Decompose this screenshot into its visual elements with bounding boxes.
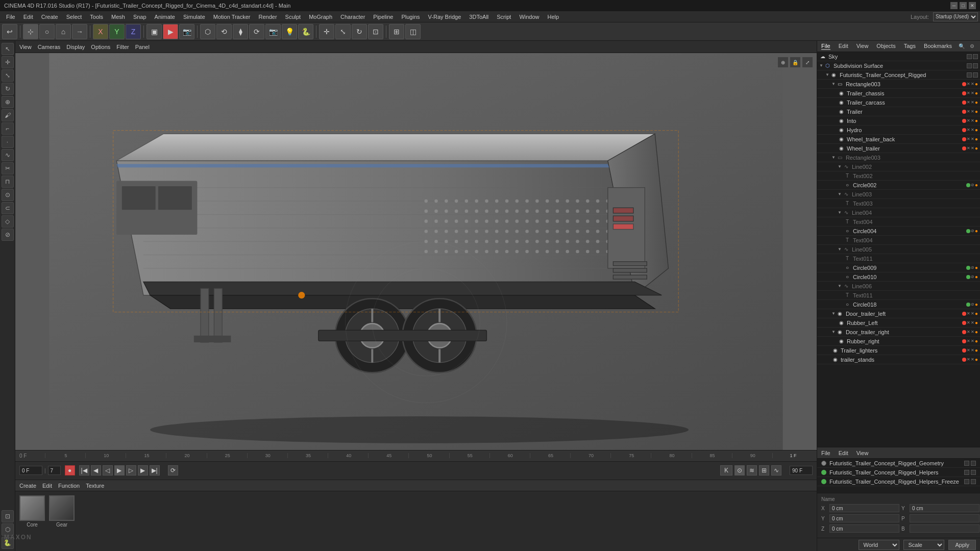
vp-options-menu[interactable]: Options: [91, 44, 110, 50]
freeze-lock[interactable]: [971, 479, 976, 484]
om-item-rubber-left[interactable]: ◉ Rubber_Left ✕ ✕ ●: [817, 318, 980, 328]
current-frame-input[interactable]: [19, 466, 42, 475]
line005-toggle[interactable]: ▼: [838, 247, 842, 252]
move-tool[interactable]: ✛: [2, 56, 14, 68]
spline-btn[interactable]: ⟲: [216, 24, 232, 39]
python-btn[interactable]: 🐍: [298, 24, 313, 39]
om-tab-edit[interactable]: Edit: [839, 43, 848, 50]
om-item-line002[interactable]: ▼ ∿ Line002: [817, 162, 980, 171]
geom-vis[interactable]: [964, 461, 969, 466]
edge-tool[interactable]: ⌐: [2, 122, 14, 135]
om-item-text002[interactable]: T Text002: [817, 171, 980, 181]
rotate-tool-btn[interactable]: ↻: [352, 24, 367, 39]
viewport[interactable]: ⊕ 🔒 ⤢: [15, 53, 817, 450]
om-item-hydro[interactable]: ◉ Hydro ✕ ✕ ●: [817, 126, 980, 135]
om-item-into[interactable]: ◉ Into ✕ ✕ ●: [817, 116, 980, 126]
tl-motion-btn[interactable]: ≋: [747, 465, 757, 475]
menu-render[interactable]: Render: [255, 13, 281, 21]
menu-pipeline[interactable]: Pipeline: [369, 13, 397, 21]
nurbs-btn[interactable]: ⧫: [233, 24, 248, 39]
menu-character[interactable]: Character: [336, 13, 369, 21]
helpers-lock[interactable]: [971, 470, 976, 475]
geom-lock[interactable]: [971, 461, 976, 466]
minimize-button[interactable]: ─: [950, 2, 958, 9]
bottom-edit-btn[interactable]: Edit: [42, 483, 52, 489]
ruler-mark-75[interactable]: 75: [610, 453, 651, 458]
bp-tab-file[interactable]: File: [821, 450, 830, 456]
render-to-pic-btn[interactable]: 📷: [179, 24, 194, 39]
knife-tool[interactable]: ⊘: [2, 229, 14, 241]
grid-btn[interactable]: ⊞: [389, 24, 404, 39]
ruler-mark-5[interactable]: 5: [45, 453, 85, 458]
ruler-mark-65[interactable]: 65: [530, 453, 570, 458]
tl-record2-btn[interactable]: ⊙: [734, 465, 745, 475]
render-region-btn[interactable]: ▣: [146, 24, 162, 39]
tl-play[interactable]: ▶: [114, 465, 125, 475]
tl-prev-frame[interactable]: ◀: [91, 465, 101, 475]
mirror-tool[interactable]: ⊂: [2, 202, 14, 214]
poly-btn[interactable]: ⬡: [200, 24, 215, 39]
om-item-trailer[interactable]: ◉ Trailer ✕ ✕ ●: [817, 107, 980, 116]
tl-record-btn[interactable]: ●: [65, 465, 75, 475]
vp-panel-menu[interactable]: Panel: [135, 44, 150, 50]
z-axis-btn[interactable]: Z: [126, 24, 141, 39]
coord-x-pos[interactable]: [829, 504, 899, 512]
om-item-door-left[interactable]: ▼ ◉ Door_trailer_left ✕ ✕ ●: [817, 309, 980, 318]
om-tab-objects[interactable]: Objects: [876, 43, 895, 50]
rect003-toggle[interactable]: ▼: [831, 82, 836, 86]
om-item-lighters[interactable]: ◉ Trailer_lighters ✕ ✕ ●: [817, 346, 980, 355]
om-item-text011[interactable]: T Text011: [817, 254, 980, 263]
om-item-rect003[interactable]: ▼ ▭ Rectangle003 ✕ ✕ ●: [817, 80, 980, 89]
vp-filter-menu[interactable]: Filter: [116, 44, 129, 50]
futuristic-vis[interactable]: [967, 72, 972, 78]
menu-window[interactable]: Window: [515, 13, 543, 21]
bevel-tool[interactable]: ◇: [2, 215, 14, 228]
ruler-mark-90[interactable]: 90: [732, 453, 772, 458]
ruler-mark-60[interactable]: 60: [489, 453, 530, 458]
scale-tool-btn[interactable]: ⤡: [335, 24, 351, 39]
om-item-circle002[interactable]: ○ Circle002 ⊘ ●: [817, 181, 980, 190]
ruler-mark-25[interactable]: 25: [207, 453, 247, 458]
spline-tool-left[interactable]: ∿: [2, 149, 14, 161]
menu-tools[interactable]: Tools: [86, 13, 107, 21]
ruler-mark-55[interactable]: 55: [449, 453, 489, 458]
om-item-line003[interactable]: ▼ ∿ Line003: [817, 190, 980, 199]
circle-btn[interactable]: ○: [39, 24, 55, 39]
menu-plugins[interactable]: Plugins: [397, 13, 424, 21]
workplane-btn[interactable]: ◫: [405, 24, 421, 39]
apply-button[interactable]: Apply: [948, 540, 976, 550]
om-item-circle018[interactable]: ○ Circle018 ⊘ ●: [817, 300, 980, 309]
freeze-vis[interactable]: [964, 479, 969, 484]
material-core-swatch[interactable]: [19, 495, 45, 521]
bridge-tool[interactable]: ⊓: [2, 176, 14, 188]
tag-btn[interactable]: ⌂: [56, 24, 71, 39]
bottom-tool-1[interactable]: ⊡: [2, 510, 14, 522]
bp-tab-view[interactable]: View: [856, 450, 869, 456]
om-item-line006[interactable]: ▼ ∿ Line006: [817, 282, 980, 291]
tl-next-key[interactable]: ▷: [126, 465, 136, 475]
ruler-mark-30[interactable]: 30: [247, 453, 287, 458]
menu-3dto[interactable]: 3DToAll: [465, 13, 493, 21]
select-tool[interactable]: ↖: [2, 43, 14, 55]
ruler-mark-40[interactable]: 40: [328, 453, 368, 458]
om-item-circle004[interactable]: ○ Circle004 ⊘ ●: [817, 227, 980, 236]
menu-snap[interactable]: Snap: [129, 13, 151, 21]
ruler-mark-10[interactable]: 10: [85, 453, 126, 458]
scale-dropdown[interactable]: Scale: [903, 540, 944, 550]
bottom-function-btn[interactable]: Function: [58, 483, 80, 489]
om-item-text004b[interactable]: T Text004: [817, 236, 980, 245]
om-item-futuristic[interactable]: ▼ ◉ Futuristic_Trailer_Concept_Rigged: [817, 70, 980, 80]
bp-item-geometry[interactable]: Futuristic_Trailer_Concept_Rigged_Geomet…: [817, 459, 980, 468]
coord-p[interactable]: [910, 514, 979, 522]
om-item-sky[interactable]: ☁ Sky: [817, 52, 980, 61]
line006-toggle[interactable]: ▼: [838, 284, 842, 288]
menu-help[interactable]: Help: [544, 13, 564, 21]
coord-z2[interactable]: [829, 524, 899, 533]
menu-motion-tracker[interactable]: Motion Tracker: [209, 13, 255, 21]
ruler-mark-50[interactable]: 50: [408, 453, 449, 458]
scale-tool[interactable]: ⤡: [2, 69, 14, 82]
futuristic-lock[interactable]: [973, 72, 978, 78]
om-item-text011b[interactable]: T Text011: [817, 291, 980, 300]
ruler-mark-20[interactable]: 20: [166, 453, 206, 458]
om-item-circle010[interactable]: ○ Circle010 ⊘ ●: [817, 272, 980, 282]
